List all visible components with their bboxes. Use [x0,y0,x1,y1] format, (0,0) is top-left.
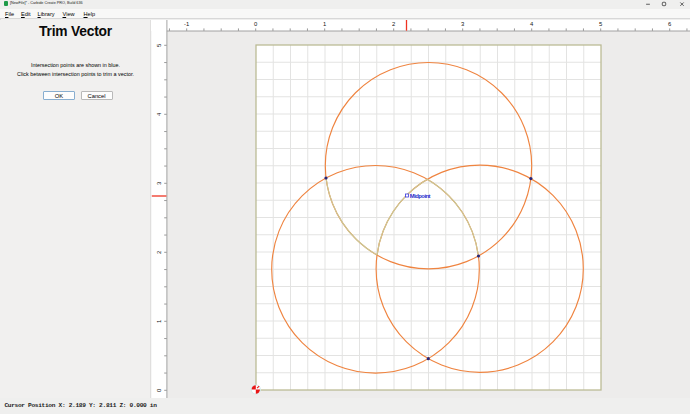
svg-text:1: 1 [156,319,162,322]
svg-text:-1: -1 [184,21,189,27]
svg-text:Midpoint: Midpoint [410,192,431,198]
svg-text:1: 1 [323,21,326,27]
svg-text:2: 2 [156,250,162,253]
svg-text:2: 2 [392,21,395,27]
